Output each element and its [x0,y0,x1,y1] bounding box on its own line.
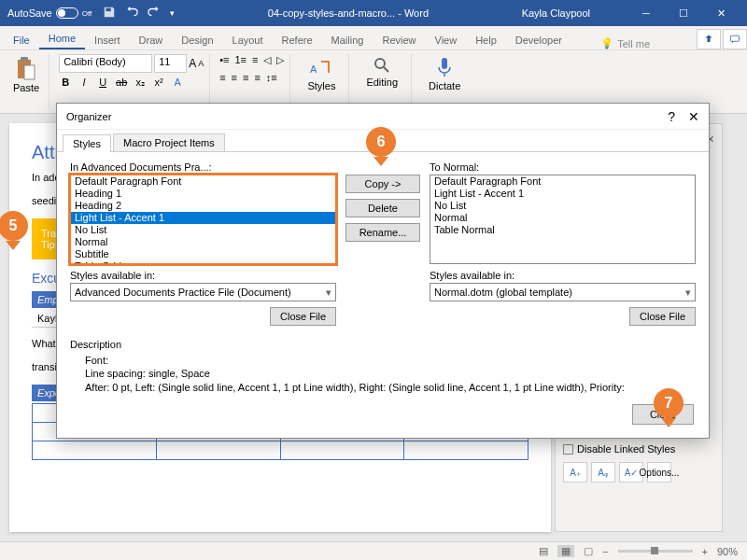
style-inspector-button[interactable]: Aᵩ [591,462,615,483]
list-item[interactable]: Subtitle [71,248,335,260]
dictate-button[interactable]: Dictate [421,54,468,93]
save-icon[interactable] [103,6,116,21]
list-item[interactable]: Default Paragraph Font [71,175,335,188]
close-file-button-left[interactable]: Close File [270,307,336,326]
font-family-dropdown[interactable]: Calibri (Body) [59,54,152,73]
align-right-icon[interactable]: ≡ [243,72,248,83]
disable-linked-checkbox[interactable]: Disable Linked Styles [563,443,714,455]
callout-pin: 5 [0,211,28,241]
copy-button[interactable]: Copy -> [345,175,420,193]
dd-value: Advanced Documents Practice File (Docume… [75,287,291,298]
window-controls: ─ ☐ ✕ [627,0,740,26]
tab-macro-dlg[interactable]: Macro Project Items [113,133,225,151]
redo-icon[interactable] [148,6,161,21]
indent-right-icon[interactable]: ▷ [276,54,284,66]
tab-view[interactable]: View [426,31,467,49]
list-item[interactable]: Normal [71,236,335,248]
align-left-icon[interactable]: ≡ [219,72,225,83]
tab-references[interactable]: Refere [273,31,322,49]
tell-me-label: Tell me [617,38,650,49]
share-icon[interactable] [697,29,721,49]
tab-review[interactable]: Review [373,31,425,49]
tab-design[interactable]: Design [172,31,222,49]
italic-button[interactable]: I [78,77,91,89]
delete-button[interactable]: Delete [345,199,420,217]
tell-me-search[interactable]: 💡 Tell me [600,37,697,49]
target-listbox[interactable]: Default Paragraph Font Light List - Acce… [430,175,696,264]
maximize-icon[interactable]: ☐ [665,0,702,26]
target-template-dropdown[interactable]: Normal.dotm (global template) [430,283,696,301]
paste-button[interactable]: Paste [9,54,43,95]
dictate-label: Dictate [429,80,460,91]
rename-button[interactable]: Rename... [345,223,420,242]
list-item[interactable]: Table Normal [430,224,695,236]
list-item-selected[interactable]: Light List - Accent 1 [71,212,335,224]
web-layout-icon[interactable]: ▢ [584,545,593,557]
table-cell[interactable] [280,441,404,459]
multilevel-icon[interactable]: ≡ [252,54,258,66]
toggle-switch[interactable] [56,7,78,19]
source-listbox[interactable]: Default Paragraph Font Heading 1 Heading… [70,175,336,264]
close-file-button-right[interactable]: Close File [629,307,696,326]
strike-button[interactable]: ab [115,77,128,89]
zoom-out-icon[interactable]: − [602,546,608,557]
tab-insert[interactable]: Insert [85,31,130,49]
list-item[interactable]: Heading 2 [71,200,335,212]
minimize-icon[interactable]: ─ [627,0,665,26]
subscript-button[interactable]: x₂ [134,77,147,89]
list-item[interactable]: No List [430,200,695,212]
list-item[interactable]: Light List - Accent 1 [430,188,695,200]
user-name[interactable]: Kayla Claypool [522,7,590,19]
table-cell[interactable] [156,441,280,459]
list-item[interactable]: No List [71,224,335,236]
table-cell[interactable] [404,441,529,459]
autosave-toggle[interactable]: AutoSave Off [7,7,92,19]
grow-font-icon[interactable]: A [189,57,196,70]
autosave-label: AutoSave [7,7,52,19]
list-item[interactable]: Normal [430,212,695,224]
justify-icon[interactable]: ≡ [254,72,260,83]
list-item[interactable]: Default Paragraph Font [430,175,695,188]
title-bar: AutoSave Off ▾ 04-copy-styles-and-macro.… [0,0,747,26]
bullets-icon[interactable]: •≡ [219,54,229,66]
tab-mailings[interactable]: Mailing [322,31,374,49]
zoom-slider[interactable] [618,550,693,553]
source-template-dropdown[interactable]: Advanced Documents Practice File (Docume… [70,283,336,301]
read-mode-icon[interactable]: ▤ [539,545,548,557]
font-size-dropdown[interactable]: 11 [154,54,187,73]
tab-draw[interactable]: Draw [130,31,173,49]
list-item[interactable]: Heading 1 [71,188,335,200]
tab-home[interactable]: Home [39,29,85,49]
undo-icon[interactable] [125,6,138,21]
text-effects-button[interactable]: A [171,77,184,89]
editing-button[interactable]: Editing [359,54,405,90]
indent-left-icon[interactable]: ◁ [263,54,271,66]
numbering-icon[interactable]: 1≡ [234,54,247,66]
tab-file[interactable]: File [4,31,39,49]
align-center-icon[interactable]: ≡ [232,72,237,83]
dialog-close-icon[interactable]: ✕ [688,109,699,124]
superscript-button[interactable]: x² [152,77,165,89]
tab-help[interactable]: Help [466,31,506,49]
underline-button[interactable]: U [96,77,109,89]
new-style-button[interactable]: A₊ [563,462,587,483]
share-buttons [697,29,747,49]
bold-button[interactable]: B [59,77,72,89]
shrink-font-icon[interactable]: A [198,59,204,68]
comments-icon[interactable] [723,29,747,49]
tab-styles-dlg[interactable]: Styles [63,134,111,152]
paragraph-group: •≡ 1≡ ≡ ◁ ▷ ≡ ≡ ≡ ≡ ↕≡ [214,54,290,109]
options-button[interactable]: Options... [647,462,671,483]
zoom-in-icon[interactable]: + [702,546,708,557]
styles-button[interactable]: A Styles [300,54,343,93]
line-spacing-icon[interactable]: ↕≡ [266,72,277,83]
list-item[interactable]: Table Grid [71,260,335,264]
zoom-level[interactable]: 90% [717,546,738,557]
print-layout-icon[interactable]: ▦ [557,545,574,557]
help-icon[interactable]: ? [668,109,675,124]
editing-group: Editing [353,54,412,109]
tab-layout[interactable]: Layout [223,31,273,49]
tab-developer[interactable]: Developer [506,31,571,49]
table-cell[interactable] [33,441,157,459]
close-icon[interactable]: ✕ [702,0,740,26]
